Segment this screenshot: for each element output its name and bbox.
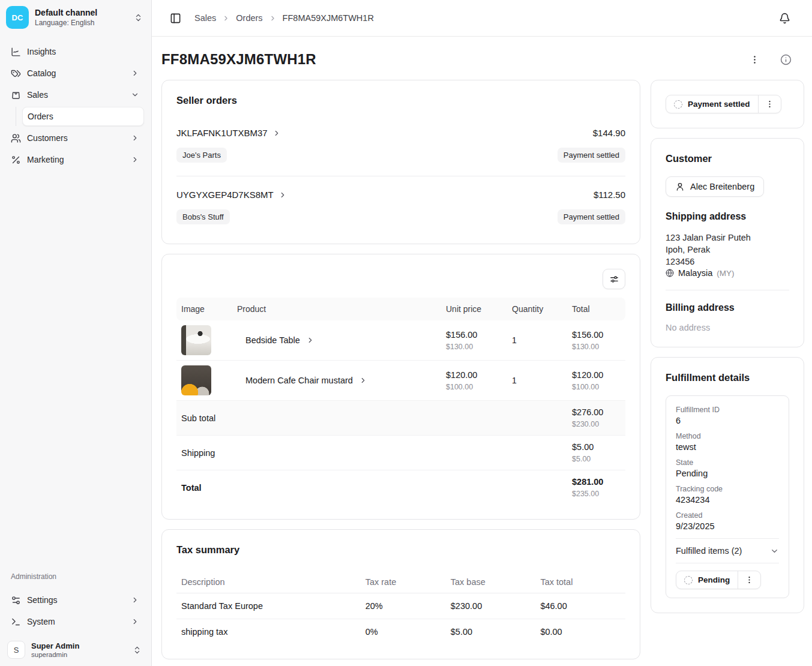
breadcrumb-sales[interactable]: Sales	[194, 13, 216, 23]
column-header-product: Product	[232, 298, 441, 320]
breadcrumb-order-code: FF8MA59XJM6TWH1R	[283, 13, 374, 23]
ellipsis-vertical-icon	[745, 575, 754, 584]
percent-icon	[11, 155, 21, 165]
main-area: Sales Orders FF8MA59XJM6TWH1R FF8MA59XJM…	[152, 0, 812, 666]
column-header-quantity: Quantity	[507, 298, 567, 320]
fulfillment-title: Fulfillment details	[666, 372, 789, 383]
seller-orders-card: Seller orders JKLFAFNK1UTXBM37 $144.90	[161, 80, 640, 244]
sidebar-item-label: Marketing	[27, 155, 125, 164]
channel-switcher[interactable]: DC Default channel Language: English	[6, 6, 144, 37]
page-scroll[interactable]: FF8MA59XJM6TWH1R	[152, 37, 812, 666]
customer-link-button[interactable]: Alec Breitenberg	[666, 176, 764, 197]
chevron-right-icon	[278, 191, 287, 199]
subtotal-label: Sub total	[176, 401, 567, 436]
product-link[interactable]: Bedside Table	[237, 335, 314, 345]
chevron-right-icon	[272, 129, 281, 137]
tax-summary-table: Description Tax rate Tax base Tax total …	[176, 571, 625, 644]
product-name: Modern Cafe Chair mustard	[245, 376, 353, 385]
sidebar-item-label: Settings	[27, 595, 125, 605]
unit-price-net: $130.00	[446, 343, 502, 351]
breadcrumb-orders[interactable]: Orders	[236, 13, 262, 23]
payment-state-menu-button[interactable]	[758, 95, 781, 113]
seller-order-badges: Bobs's Stuff Payment settled	[176, 209, 625, 224]
shipping-label: Shipping	[176, 436, 567, 470]
sidebar-item-customers[interactable]: Customers	[6, 128, 144, 148]
divider	[666, 290, 789, 290]
quantity-value: 1	[512, 376, 517, 385]
tax-header-description: Description	[176, 571, 361, 593]
field-label: Created	[676, 511, 779, 520]
user-meta: Super Admin superadmin	[31, 641, 127, 658]
chart-icon	[11, 47, 21, 57]
channel-language: Language: English	[35, 19, 128, 27]
table-row: shipping tax 0% $5.00 $0.00	[176, 619, 625, 645]
shipping-net: $5.00	[572, 455, 621, 463]
chevrons-up-down-icon	[133, 646, 142, 655]
line-total-net: $130.00	[572, 343, 621, 351]
user-menu[interactable]: S Super Admin superadmin	[6, 637, 144, 660]
chevron-right-icon	[269, 14, 277, 22]
chevron-right-icon	[131, 596, 139, 604]
country-code: (MY)	[717, 269, 734, 278]
sidebar-item-system[interactable]: System	[6, 612, 144, 631]
shipping-row: Shipping $5.00 $5.00	[176, 436, 625, 470]
sidebar-item-label: Insights	[27, 47, 139, 56]
sliders-icon	[11, 595, 21, 605]
administration-section-label: Administration	[6, 572, 144, 581]
seller-orders-title: Seller orders	[176, 95, 625, 106]
sidebar-item-sales[interactable]: Sales	[6, 85, 144, 104]
seller-name-badge: Bobs's Stuff	[176, 209, 230, 224]
tax-header-total: Tax total	[535, 571, 625, 593]
page-info-button[interactable]	[778, 52, 794, 68]
sidebar-item-marketing[interactable]: Marketing	[6, 150, 144, 169]
field-value: tewst	[676, 442, 779, 452]
chevron-right-icon	[222, 14, 230, 22]
chevron-right-icon	[306, 336, 314, 344]
sidebar-item-label: Orders	[28, 112, 139, 121]
seller-order-badges: Joe's Parts Payment settled	[176, 148, 625, 163]
product-image-bedside-table	[181, 325, 211, 355]
table-row: Standard Tax Europe 20% $230.00 $46.00	[176, 593, 625, 619]
tax-base: $5.00	[446, 619, 536, 645]
sidebar-toggle-button[interactable]	[167, 10, 184, 26]
fulfillment-state-button[interactable]: Pending	[676, 571, 738, 589]
seller-order-top: JKLFAFNK1UTXBM37 $144.90	[176, 128, 625, 138]
tags-icon	[11, 68, 21, 79]
user-icon	[675, 182, 685, 191]
payment-state-button[interactable]: Payment settled	[666, 95, 758, 113]
total-label: Total	[176, 470, 567, 505]
page-more-button[interactable]	[747, 52, 762, 67]
tax-summary-title: Tax summary	[176, 544, 625, 556]
sidebar-item-label: Customers	[27, 133, 125, 143]
notifications-button[interactable]	[777, 10, 793, 26]
status-badge: Payment settled	[558, 148, 625, 163]
tax-summary-card: Tax summary Description Tax rate Tax bas…	[161, 529, 640, 659]
product-name: Bedside Table	[245, 335, 300, 345]
sidebar-item-orders[interactable]: Orders	[22, 107, 144, 126]
tax-header-base: Tax base	[446, 571, 536, 593]
table-row: Bedside Table $156.00 $130.00	[176, 320, 625, 361]
quantity-value: 1	[512, 335, 517, 345]
seller-order-link[interactable]: JKLFAFNK1UTXBM37	[176, 128, 281, 138]
sidebar-item-settings[interactable]: Settings	[6, 590, 144, 610]
chevrons-up-down-icon	[134, 13, 143, 22]
address-line: Ipoh, Perak	[666, 244, 789, 256]
product-link[interactable]: Modern Cafe Chair mustard	[237, 376, 367, 385]
table-settings-button[interactable]	[603, 269, 625, 289]
field-label: Tracking code	[676, 485, 779, 493]
seller-name-badge: Joe's Parts	[176, 148, 227, 163]
fulfillment-state-menu-button[interactable]	[738, 571, 760, 589]
field-value: 4234234	[676, 495, 779, 505]
total-net: $235.00	[572, 490, 621, 498]
fulfilled-items-toggle[interactable]: Fulfilled items (2)	[676, 546, 779, 556]
tax-base: $230.00	[446, 593, 536, 619]
seller-order-link[interactable]: UYGYXGEP4D7KS8MT	[176, 190, 287, 200]
content-columns: Seller orders JKLFAFNK1UTXBM37 $144.90	[152, 68, 812, 659]
chevron-right-icon	[131, 134, 139, 142]
sidebar: DC Default channel Language: English Ins…	[0, 0, 152, 666]
ellipsis-vertical-icon	[750, 55, 760, 65]
tax-rate: 0%	[361, 619, 446, 645]
sidebar-item-catalog[interactable]: Catalog	[6, 64, 144, 83]
sidebar-item-insights[interactable]: Insights	[6, 42, 144, 61]
customer-name: Alec Breitenberg	[690, 182, 754, 191]
